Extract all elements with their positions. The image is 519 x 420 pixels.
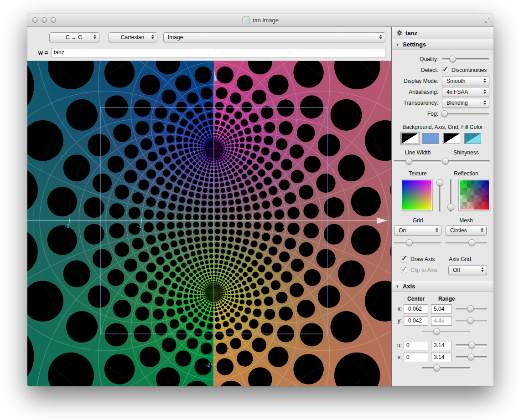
texture-scale-slider[interactable] [436,179,444,212]
gear-icon [396,30,403,36]
slider-knob[interactable] [468,342,475,348]
popup-stepper-icon [483,100,486,105]
y-axis-label: y: [395,318,402,324]
clip-to-axis-checkbox[interactable] [401,267,407,273]
display-mode-label: Display Mode: [392,78,438,84]
fog-slider[interactable] [442,110,489,118]
line-width-label: Line Width [405,149,431,156]
range-header: Range [438,296,455,302]
popup-stepper-icon [93,35,96,39]
reflection-scale-slider[interactable] [447,179,455,212]
detect-label: Detect: [392,67,438,73]
display-mode-popup[interactable]: Smooth [442,76,489,86]
y-range-field [431,316,452,326]
transparency-popup[interactable]: Blending [442,98,489,108]
axis-grid-popup[interactable]: Off [448,265,487,275]
antialiasing-popup[interactable]: 4x FSAA [442,87,489,97]
window-buttons [32,17,56,23]
slider-knob[interactable] [447,204,454,210]
title-bar[interactable]: tan image [27,14,493,27]
slider-knob[interactable] [449,56,456,62]
axis-grid-label: Axis Grid: [449,256,472,262]
slider-knob[interactable] [433,364,440,371]
shinyness-label: Shinyness [453,149,478,156]
popup-stepper-icon [379,35,382,39]
popup-stepper-icon [436,228,438,232]
axis-section-header[interactable]: ▼ Axis [392,281,493,292]
y-center-field[interactable] [404,316,428,326]
disclosure-triangle-icon: ▼ [395,284,400,289]
x-range-slider[interactable] [456,305,487,312]
texture-well[interactable] [401,179,433,211]
fullscreen-icon[interactable] [485,18,490,23]
settings-section-header[interactable]: ▼ Settings [392,39,493,50]
transparency-label: Transparency: [392,100,438,106]
close-button[interactable] [32,17,38,23]
u-range-field[interactable] [431,341,452,350]
mesh-density-slider[interactable] [446,239,487,246]
reflection-well[interactable] [458,179,490,211]
formula-label: w = [34,49,48,56]
v-range-field[interactable] [431,353,452,362]
display-type-popup[interactable]: Image [163,32,385,42]
slider-knob[interactable] [433,328,440,335]
disclosure-triangle-icon: ▼ [395,42,400,47]
slider-knob[interactable] [467,305,474,312]
popup-stepper-icon [151,35,154,39]
quality-slider[interactable] [442,56,489,63]
reflection-label: Reflection [454,170,478,177]
v-range-slider[interactable] [456,353,487,361]
grid-label: Grid [413,217,423,224]
axis-color-well[interactable] [422,133,439,144]
draw-axis-label: Draw Axis [410,256,449,262]
document-icon [242,16,250,24]
draw-axis-checkbox[interactable] [401,256,407,262]
complex-plot-canvas[interactable] [27,61,391,386]
x-center-field[interactable] [404,304,428,314]
uv-pan-slider[interactable] [422,364,470,372]
xy-pan-slider[interactable] [422,328,470,335]
mesh-label: Mesh [459,217,472,224]
plot-area [27,61,391,386]
reflection-thumbnail [460,180,489,210]
function-name: tanz [405,30,417,36]
grid-popup[interactable]: On [394,225,441,236]
slider-knob[interactable] [442,158,449,164]
slider-knob[interactable] [406,239,413,246]
popup-stepper-icon [481,228,483,232]
texture-label: Texture [409,170,426,177]
mesh-popup[interactable]: Circles [446,225,487,236]
slider-knob[interactable] [467,317,474,324]
u-range-slider[interactable] [456,342,487,349]
background-color-well[interactable] [401,133,418,144]
slider-knob[interactable] [436,179,443,186]
u-center-field[interactable] [404,341,428,350]
minimize-button[interactable] [42,17,47,23]
zoom-button[interactable] [51,17,56,23]
v-center-field[interactable] [404,353,428,362]
antialiasing-label: Antialiasing: [392,89,438,95]
slider-knob[interactable] [468,239,475,246]
function-header: tanz [392,27,493,39]
grid-density-slider[interactable] [394,239,441,246]
popup-stepper-icon [483,78,486,83]
x-range-field[interactable] [431,304,452,314]
toolbar: C → C Cartesian Image w = [27,27,391,61]
domain-popup[interactable]: C → C [49,32,99,42]
formula-input[interactable] [51,48,385,57]
texture-thumbnail [402,180,431,210]
slider-knob[interactable] [405,158,412,164]
discontinuities-checkbox[interactable] [442,67,448,73]
window-title: tan image [253,17,279,24]
grid-color-well[interactable] [443,133,460,144]
slider-knob[interactable] [467,353,474,360]
popup-stepper-icon [483,89,486,94]
line-width-slider[interactable] [394,158,441,165]
y-range-slider[interactable] [456,317,487,324]
shinyness-slider[interactable] [442,158,490,165]
popup-stepper-icon [481,267,484,272]
fill-color-well[interactable] [464,133,481,144]
slider-knob[interactable] [441,110,448,117]
coordinates-popup[interactable]: Cartesian [109,32,157,42]
center-header: Center [407,296,425,302]
